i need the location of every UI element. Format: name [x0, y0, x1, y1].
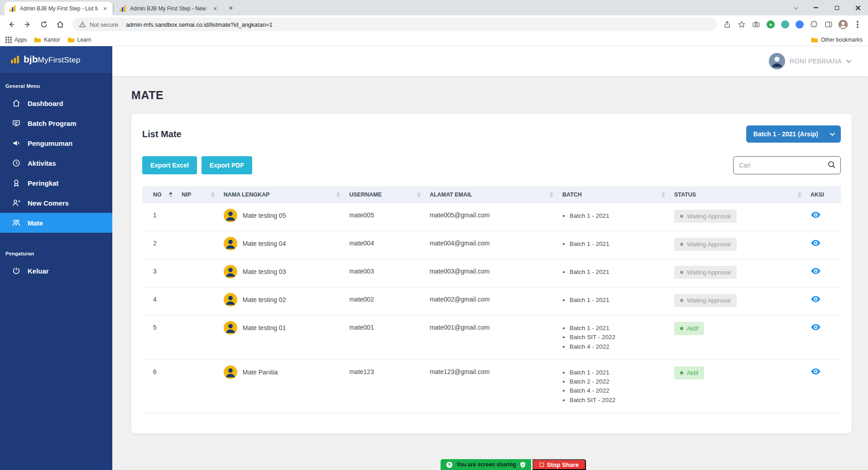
maximize-button[interactable]: [826, 0, 847, 15]
view-detail-button[interactable]: [810, 294, 821, 306]
board-icon: [12, 119, 21, 128]
cell-no: 3: [142, 259, 177, 288]
batch-filter-dropdown[interactable]: Batch 1 - 2021 (Arsip): [746, 125, 841, 143]
column-header-nip[interactable]: NIP: [177, 186, 219, 203]
table-row: 6 Mate Panitia mate123 mate123@gmail.com…: [142, 360, 841, 413]
sort-icon: [169, 192, 173, 197]
share-button[interactable]: [722, 19, 732, 29]
extensions-button[interactable]: [809, 19, 819, 29]
forward-icon: [24, 20, 32, 29]
bookmark-folder-learn[interactable]: Learn: [67, 37, 91, 43]
view-detail-button[interactable]: [810, 238, 821, 249]
extension-blue-icon: [796, 20, 804, 29]
cell-status: Waiting Approval: [670, 203, 806, 231]
export-excel-button[interactable]: Export Excel: [142, 156, 197, 174]
menu-section-pengaturan: Pengaturan: [0, 233, 112, 261]
cell-batch: Batch 1 - 2021: [558, 231, 670, 259]
view-detail-button[interactable]: [810, 210, 821, 221]
user-plus-icon: [12, 198, 21, 207]
column-header-status[interactable]: STATUS: [670, 186, 806, 203]
extension-blue-button[interactable]: [795, 19, 805, 29]
side-panel-button[interactable]: [824, 19, 834, 29]
table-row: 4 Mate testing 02 mate002 mate002@gmail.…: [142, 288, 841, 316]
sidebar-item-peringkat[interactable]: Peringkat: [0, 173, 112, 193]
extension-teal-button[interactable]: [780, 19, 790, 29]
cell-email: mate001@gmail.com: [425, 316, 558, 360]
cell-email: mate004@gmail.com: [425, 231, 558, 259]
sidebar-item-batch-program[interactable]: Batch Program: [0, 113, 112, 133]
extension-green-button[interactable]: +: [766, 19, 776, 29]
sort-icon: [417, 192, 421, 197]
cell-nip: [177, 316, 219, 360]
cell-status: Aktif: [670, 360, 806, 413]
tab-close-icon[interactable]: ✕: [101, 5, 109, 12]
mate-table: NO NIP NAMA LENGKAP USERNAME ALAMAT EMAI…: [142, 186, 841, 413]
favicon-icon: [9, 5, 16, 12]
export-pdf-button[interactable]: Export PDF: [201, 156, 252, 174]
bookmark-label: Learn: [77, 37, 91, 43]
cell-status: Aktif: [670, 316, 806, 360]
screenshot-button[interactable]: [751, 19, 761, 29]
search-input[interactable]: [733, 156, 841, 174]
view-detail-button[interactable]: [810, 322, 821, 334]
sidebar-item-keluar[interactable]: Keluar: [0, 261, 112, 281]
screen-share-banner: You are screen sharing Stop Share: [441, 459, 586, 470]
cell-nip: [177, 360, 219, 413]
bookmark-star-button[interactable]: [737, 19, 747, 29]
cell-username: mate123: [345, 360, 425, 413]
reload-button[interactable]: [37, 18, 51, 31]
table-row: 2 Mate testing 04 mate004 mate004@gmail.…: [142, 231, 841, 259]
sidebar-item-dashboard[interactable]: Dashboard: [0, 93, 112, 113]
bookmark-folder-kantor[interactable]: Kantor: [34, 37, 60, 43]
other-bookmarks-button[interactable]: Other bookmarks: [811, 37, 863, 43]
browser-tab-1[interactable]: Admin BJB My First Step - List M ✕: [5, 2, 112, 15]
address-bar[interactable]: Not secure admin-mfs.sandbox.semai.co.id…: [72, 18, 717, 31]
cell-aksi: [806, 360, 841, 413]
cell-batch: Batch 1 - 2021: [558, 259, 670, 288]
profile-avatar-icon: [838, 19, 848, 29]
browser-profile-avatar[interactable]: [838, 19, 848, 29]
cell-aksi: [806, 259, 841, 288]
column-header-no[interactable]: NO: [142, 186, 177, 203]
column-header-email[interactable]: ALAMAT EMAIL: [425, 186, 558, 203]
column-header-batch[interactable]: BATCH: [558, 186, 670, 203]
home-button[interactable]: [53, 18, 67, 31]
column-header-username[interactable]: USERNAME: [345, 186, 425, 203]
cell-no: 4: [142, 288, 177, 316]
sidebar-item-pengumuman[interactable]: Pengumuman: [0, 133, 112, 153]
browser-toolbar: Not secure admin-mfs.sandbox.semai.co.id…: [0, 15, 868, 34]
stop-share-button[interactable]: Stop Share: [532, 459, 586, 470]
browser-tab-2[interactable]: Admin BJB My First Step - New C ✕: [115, 2, 222, 15]
maximize-icon: [835, 6, 839, 10]
browser-menu-button[interactable]: [853, 19, 863, 29]
stop-share-label: Stop Share: [547, 461, 579, 468]
forward-button[interactable]: [21, 18, 34, 31]
cell-no: 2: [142, 231, 177, 259]
mate-avatar: [224, 237, 237, 250]
new-tab-button[interactable]: +: [225, 2, 237, 14]
apps-shortcut[interactable]: Apps: [5, 37, 27, 43]
user-name: RONI PEBRIANA: [790, 58, 842, 65]
cell-aksi: [806, 288, 841, 316]
back-button[interactable]: [5, 18, 18, 31]
sidebar-item-label: Aktivitas: [28, 159, 56, 167]
eye-icon: [810, 294, 821, 304]
sidebar-item-label: Keluar: [28, 267, 49, 275]
cell-nama: Mate testing 05: [219, 203, 345, 231]
eye-icon: [810, 322, 821, 332]
status-dot-icon: [680, 371, 683, 374]
minimize-button[interactable]: [806, 0, 826, 15]
reload-icon: [40, 20, 48, 29]
view-detail-button[interactable]: [810, 366, 821, 378]
sidebar-item-mate[interactable]: Mate: [0, 213, 112, 233]
view-detail-button[interactable]: [810, 266, 821, 278]
sidebar-item-label: New Comers: [28, 199, 69, 207]
tab-close-icon[interactable]: ✕: [211, 5, 219, 12]
user-menu[interactable]: RONI PEBRIANA: [769, 53, 850, 69]
sidebar-item-new-comers[interactable]: New Comers: [0, 193, 112, 213]
column-header-nama[interactable]: NAMA LENGKAP: [219, 186, 345, 203]
sidebar-item-aktivitas[interactable]: Aktivitas: [0, 153, 112, 173]
close-window-button[interactable]: [847, 0, 868, 15]
apps-label: Apps: [14, 37, 27, 43]
tab-search-button[interactable]: [785, 0, 806, 15]
